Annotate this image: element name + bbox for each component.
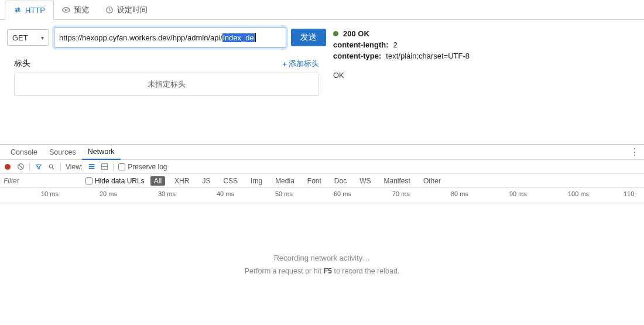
time-tick: 60 ms xyxy=(334,190,351,197)
time-tick: 90 ms xyxy=(509,190,527,197)
hide-data-urls-label: Hide data URLs xyxy=(95,177,145,185)
more-icon[interactable]: ⋮ xyxy=(630,146,639,158)
response-body: OK xyxy=(333,71,637,80)
text-cursor-icon xyxy=(255,33,256,42)
clock-icon xyxy=(105,6,114,14)
send-button[interactable]: 发送 xyxy=(291,29,326,46)
filter-type-other[interactable]: Other xyxy=(420,176,444,186)
status-dot-icon xyxy=(333,31,338,36)
filter-type-js[interactable]: JS xyxy=(198,176,214,186)
svg-point-2 xyxy=(5,164,11,170)
content-type-value: text/plain;charset=UTF-8 xyxy=(386,52,470,60)
headers-title: 标头 xyxy=(14,59,30,69)
network-filter-row: Hide data URLs All XHR JS CSS Img Media … xyxy=(0,174,644,188)
network-toolbar: View: Preserve log xyxy=(0,160,644,174)
devtools-tabs: Console Sources Network ⋮ xyxy=(0,145,644,160)
method-select[interactable]: GET ▾ xyxy=(7,29,49,46)
response-panel: 200 OK content-length: 2 content-type: t… xyxy=(333,27,637,80)
filter-type-xhr[interactable]: XHR xyxy=(171,176,193,186)
separator-icon xyxy=(113,163,114,171)
time-tick: 110 xyxy=(624,190,634,197)
svg-point-0 xyxy=(65,9,67,11)
filter-type-all[interactable]: All xyxy=(150,176,165,186)
filter-type-media[interactable]: Media xyxy=(272,176,298,186)
headers-empty-placeholder: 未指定标头 xyxy=(14,73,319,96)
svg-rect-5 xyxy=(88,164,94,165)
large-rows-icon[interactable] xyxy=(87,163,95,171)
recording-line1: Recording network activity… xyxy=(274,254,371,262)
time-tick: 80 ms xyxy=(451,190,468,197)
content-length-value: 2 xyxy=(393,40,398,49)
tab-http[interactable]: HTTP xyxy=(5,1,54,20)
filter-type-css[interactable]: CSS xyxy=(220,176,241,186)
record-icon[interactable] xyxy=(4,163,12,171)
add-header-button[interactable]: + 添加标头 xyxy=(282,59,319,69)
main-tabs: HTTP 预览 设定时间 xyxy=(0,0,644,20)
recording-line2-key: F5 xyxy=(323,267,332,275)
tab-network[interactable]: Network xyxy=(82,145,121,160)
view-label: View: xyxy=(66,163,83,171)
filter-type-font[interactable]: Font xyxy=(304,176,325,186)
tab-preview[interactable]: 预览 xyxy=(54,0,97,19)
eye-icon xyxy=(62,6,70,14)
preserve-log-input[interactable] xyxy=(118,163,125,170)
preserve-log-label: Preserve log xyxy=(128,163,167,171)
time-tick: 100 ms xyxy=(568,190,589,197)
time-tick: 50 ms xyxy=(275,190,293,197)
tab-timing[interactable]: 设定时间 xyxy=(97,0,156,19)
filter-input[interactable] xyxy=(4,176,80,186)
tab-sources[interactable]: Sources xyxy=(43,145,82,160)
time-tick: 10 ms xyxy=(41,190,59,197)
preserve-log-checkbox[interactable]: Preserve log xyxy=(118,163,167,171)
separator-icon xyxy=(60,163,61,171)
method-value: GET xyxy=(12,33,28,42)
url-selected-text: index_de xyxy=(222,33,255,42)
filter-type-doc[interactable]: Doc xyxy=(331,176,350,186)
network-timeline[interactable]: 10 ms 20 ms 30 ms 40 ms 50 ms 60 ms 70 m… xyxy=(0,188,644,203)
tab-timing-label: 设定时间 xyxy=(117,5,148,15)
add-header-label: 添加标头 xyxy=(289,59,319,69)
svg-point-4 xyxy=(49,165,53,168)
swap-icon xyxy=(13,6,22,14)
recording-line2: Perform a request or hit F5 to record th… xyxy=(245,267,400,275)
chevron-down-icon: ▾ xyxy=(41,35,44,41)
filter-icon[interactable] xyxy=(35,163,43,171)
url-input-wrap[interactable]: https://hexopp.cyfan.workers.dev/hpp/adm… xyxy=(54,27,286,48)
filter-type-ws[interactable]: WS xyxy=(356,176,374,186)
waterfall-icon[interactable] xyxy=(100,163,108,171)
search-icon[interactable] xyxy=(47,163,56,171)
time-tick: 20 ms xyxy=(100,190,117,197)
separator-icon xyxy=(29,163,30,171)
tab-preview-label: 预览 xyxy=(74,5,89,15)
tab-http-label: HTTP xyxy=(25,6,45,15)
time-tick: 40 ms xyxy=(217,190,234,197)
devtools-panel: Console Sources Network ⋮ View: Preserve… xyxy=(0,144,644,325)
svg-rect-7 xyxy=(88,168,94,169)
clear-icon[interactable] xyxy=(16,163,25,171)
status-text: 200 OK xyxy=(343,29,369,38)
plus-icon: + xyxy=(282,60,287,69)
time-tick: 70 ms xyxy=(392,190,410,197)
content-length-key: content-length: xyxy=(333,40,389,49)
recording-line2-c: to record the reload. xyxy=(332,267,399,275)
recording-placeholder: Recording network activity… Perform a re… xyxy=(0,203,644,325)
hide-data-urls-input[interactable] xyxy=(85,177,93,184)
svg-rect-6 xyxy=(88,166,94,167)
url-prefix: https://hexopp.cyfan.workers.dev/hpp/adm… xyxy=(59,33,222,42)
hide-data-urls-checkbox[interactable]: Hide data URLs xyxy=(85,177,145,185)
filter-type-img[interactable]: Img xyxy=(247,176,266,186)
tab-console[interactable]: Console xyxy=(5,145,43,160)
content-type-key: content-type: xyxy=(333,52,381,60)
request-panel: GET ▾ https://hexopp.cyfan.workers.dev/h… xyxy=(0,20,644,101)
filter-type-manifest[interactable]: Manifest xyxy=(381,176,414,186)
recording-line2-a: Perform a request or hit xyxy=(245,267,324,275)
time-tick: 30 ms xyxy=(158,190,176,197)
